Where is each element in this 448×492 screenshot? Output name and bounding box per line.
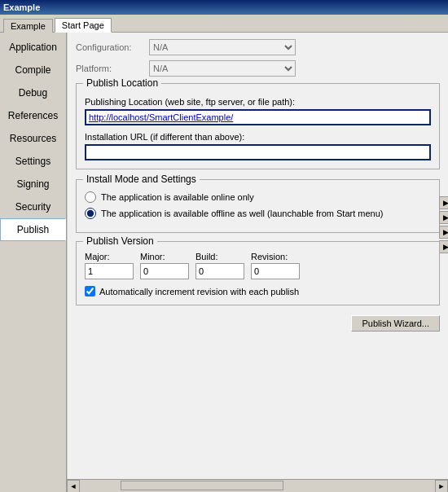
scroll-track[interactable] <box>80 480 435 493</box>
revision-field: Revision: <box>251 252 300 279</box>
radio-offline-also: The application is available offline as … <box>85 208 431 219</box>
publish-location-title: Publish Location <box>83 77 161 89</box>
platform-label: Platform: <box>76 64 149 73</box>
tab-start-page[interactable]: Start Page <box>55 18 112 33</box>
minor-field: Minor: <box>140 252 189 279</box>
major-label: Major: <box>85 252 134 261</box>
build-label: Build: <box>195 252 244 261</box>
version-fields: Major: Minor: Build: Revision: <box>85 252 431 279</box>
build-input[interactable] <box>195 263 244 279</box>
scroll-thumb[interactable] <box>121 481 283 490</box>
minor-label: Minor: <box>140 252 189 261</box>
install-url-group: Installation URL (if different than abov… <box>85 132 431 160</box>
content-area: Configuration: N/A Platform: N/A Publish… <box>67 33 448 479</box>
radio-offline-also-input[interactable] <box>85 208 96 219</box>
sidebar-item-publish[interactable]: Publish <box>0 218 66 241</box>
minor-input[interactable] <box>140 263 189 279</box>
tab-bar: Example Start Page <box>0 15 448 33</box>
title-bar: Example <box>0 0 448 15</box>
revision-label: Revision: <box>251 252 300 261</box>
major-field: Major: <box>85 252 134 279</box>
revision-input[interactable] <box>251 263 300 279</box>
major-input[interactable] <box>85 263 134 279</box>
bottom-scrollbar: ◄ ► <box>67 479 448 492</box>
sidebar-item-security[interactable]: Security <box>0 195 66 218</box>
configuration-row: Configuration: N/A <box>76 39 440 55</box>
side-scroll-btn-3[interactable]: ▶ <box>439 226 448 239</box>
sidebar-item-resources[interactable]: Resources <box>0 127 66 150</box>
platform-row: Platform: N/A <box>76 60 440 77</box>
scroll-right-arrow[interactable]: ► <box>435 480 448 493</box>
sidebar-item-compile[interactable]: Compile <box>0 59 66 81</box>
auto-increment-checkbox[interactable] <box>85 286 95 297</box>
scroll-left-arrow[interactable]: ◄ <box>67 480 80 493</box>
side-scroll-btn-2[interactable]: ▶ <box>439 211 448 224</box>
sidebar-item-application[interactable]: Application <box>0 36 66 59</box>
side-scroll-btn-4[interactable]: ▶ <box>439 240 448 253</box>
title-bar-text: Example <box>3 2 40 12</box>
auto-increment-row: Automatically increment revision with ea… <box>85 286 431 297</box>
install-mode-section: Install Mode and Settings The applicatio… <box>76 179 440 233</box>
install-mode-title: Install Mode and Settings <box>83 174 200 185</box>
radio-online-only-label: The application is available online only <box>101 192 254 202</box>
sidebar: Application Compile Debug References Res… <box>0 33 67 492</box>
auto-increment-label: Automatically increment revision with ea… <box>99 287 299 297</box>
sidebar-item-references[interactable]: References <box>0 104 66 127</box>
publish-location-section: Publish Location Publishing Location (we… <box>76 83 440 169</box>
publishing-location-input[interactable] <box>85 109 431 125</box>
configuration-label: Configuration: <box>76 42 149 52</box>
sidebar-item-settings[interactable]: Settings <box>0 150 66 173</box>
publish-version-section: Publish Version Major: Minor: Build: <box>76 241 440 305</box>
radio-online-only-input[interactable] <box>85 191 96 203</box>
publish-wizard-button[interactable]: Publish Wizard... <box>351 315 440 332</box>
side-scroll-btn-1[interactable]: ▶ <box>439 196 448 209</box>
side-scroll-buttons: ▶ ▶ ▶ ▶ <box>439 196 448 255</box>
install-url-input[interactable] <box>85 144 431 160</box>
install-url-label: Installation URL (if different than abov… <box>85 132 431 142</box>
sidebar-item-debug[interactable]: Debug <box>0 81 66 104</box>
publish-version-title: Publish Version <box>83 235 157 247</box>
radio-online-only: The application is available online only <box>85 191 431 203</box>
main-container: Application Compile Debug References Res… <box>0 33 448 492</box>
radio-group: The application is available online only… <box>85 191 431 219</box>
build-field: Build: <box>195 252 244 279</box>
tab-example[interactable]: Example <box>3 19 53 33</box>
publishing-location-label: Publishing Location (web site, ftp serve… <box>85 97 431 107</box>
sidebar-item-signing[interactable]: Signing <box>0 173 66 195</box>
radio-offline-also-label: The application is available offline as … <box>101 209 383 218</box>
platform-select[interactable]: N/A <box>149 60 296 77</box>
configuration-select[interactable]: N/A <box>149 39 296 55</box>
button-row: Publish Wizard... <box>76 315 440 332</box>
publishing-location-group: Publishing Location (web site, ftp serve… <box>85 97 431 125</box>
